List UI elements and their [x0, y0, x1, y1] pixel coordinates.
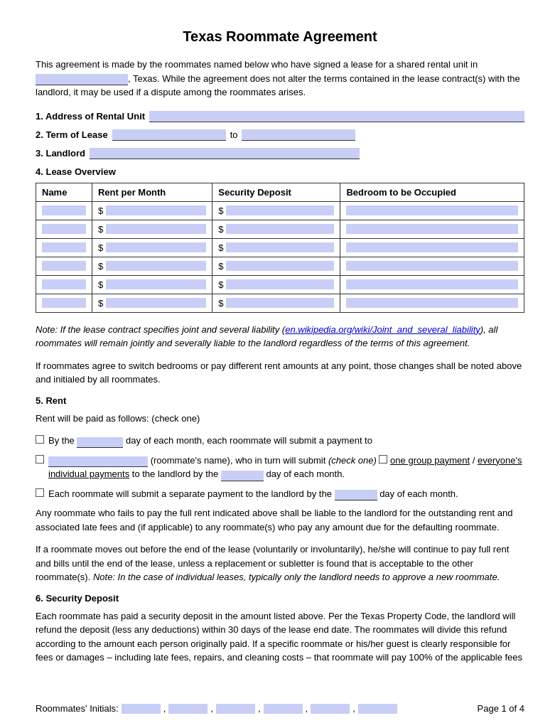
- rent-option-1: By the day of each month, each roommate …: [36, 434, 524, 448]
- table-row: $ $: [36, 238, 524, 257]
- landlord-field[interactable]: [90, 148, 360, 159]
- deposit-field-6[interactable]: [226, 298, 334, 308]
- term-end-field[interactable]: [242, 129, 355, 141]
- page-title: Texas Roommate Agreement: [36, 28, 524, 45]
- initial-field-4[interactable]: [264, 704, 303, 714]
- rent-field-1[interactable]: [106, 205, 206, 215]
- rent-field-3[interactable]: [106, 242, 206, 252]
- rent-field-2[interactable]: [106, 224, 206, 234]
- deposit-field-4[interactable]: [226, 261, 334, 271]
- rent-day-field-1[interactable]: [77, 437, 123, 448]
- roommates-initials: Roommates' Initials: , , , , ,: [36, 703, 397, 714]
- rent-option2-text: (roommate's name), who in turn will subm…: [48, 454, 524, 481]
- table-row: $ $: [36, 294, 524, 312]
- switch-bedroom-para: If roommates agree to switch bedrooms or…: [36, 359, 524, 387]
- rent-field-5[interactable]: [106, 279, 206, 289]
- rent-day-field-2[interactable]: [221, 471, 264, 481]
- term-start-field[interactable]: [112, 129, 226, 141]
- col-name: Name: [36, 183, 92, 201]
- col-rent: Rent per Month: [92, 183, 212, 201]
- roommate-name-field[interactable]: [48, 456, 148, 467]
- table-row: $ $: [36, 220, 524, 238]
- landlord-label: 3. Landlord: [36, 148, 85, 159]
- joint-liability-link[interactable]: en.wikipedia.org/wiki/Joint_and_several_…: [285, 324, 480, 335]
- intro-paragraph: This agreement is made by the roommates …: [36, 58, 524, 100]
- table-row: $ $: [36, 275, 524, 294]
- bedroom-field-4[interactable]: [346, 261, 518, 271]
- name-field-6[interactable]: [42, 298, 86, 308]
- name-field-3[interactable]: [42, 242, 86, 252]
- initial-field-6[interactable]: [358, 704, 397, 714]
- rent-field-4[interactable]: [106, 261, 206, 271]
- rent-option-3-checkbox[interactable]: [36, 488, 44, 497]
- rent-option-2a-checkbox[interactable]: [379, 455, 387, 464]
- deposit-section-label: 6. Security Deposit: [36, 593, 524, 604]
- deposit-para: Each roommate has paid a security deposi…: [36, 609, 524, 665]
- deposit-field-1[interactable]: [226, 205, 334, 215]
- name-field-5[interactable]: [42, 279, 86, 289]
- table-row: $ $: [36, 201, 524, 220]
- initial-field-2[interactable]: [168, 704, 208, 714]
- rent-para-1: Any roommate who fails to pay the full r…: [36, 506, 524, 534]
- page-footer: Roommates' Initials: , , , , , Page 1 of…: [36, 703, 524, 714]
- col-deposit: Security Deposit: [212, 183, 340, 201]
- rent-para-2: If a roommate moves out before the end o…: [36, 542, 524, 584]
- lease-overview-label: 4. Lease Overview: [36, 166, 524, 177]
- col-bedroom: Bedroom to be Occupied: [340, 183, 524, 201]
- rent-day-field-3[interactable]: [335, 490, 377, 500]
- rent-option3-text: Each roommate will submit a separate pay…: [48, 487, 458, 501]
- bedroom-field-6[interactable]: [346, 298, 518, 308]
- initials-label: Roommates' Initials:: [36, 703, 119, 714]
- bedroom-field-1[interactable]: [346, 205, 518, 215]
- joint-liability-note: Note: If the lease contract specifies jo…: [36, 323, 524, 350]
- rent-section-label: 5. Rent: [36, 395, 524, 406]
- term-section: 2. Term of Lease to: [36, 129, 524, 141]
- bedroom-field-3[interactable]: [346, 242, 518, 252]
- initial-field-5[interactable]: [311, 704, 350, 714]
- deposit-field-5[interactable]: [226, 279, 334, 289]
- deposit-field-2[interactable]: [226, 224, 334, 234]
- page-number: Page 1 of 4: [478, 703, 525, 714]
- term-label: 2. Term of Lease: [36, 129, 108, 140]
- bedroom-field-5[interactable]: [346, 279, 518, 289]
- rent-option-3: Each roommate will submit a separate pay…: [36, 487, 524, 501]
- bedroom-field-2[interactable]: [346, 224, 518, 234]
- address-label: 1. Address of Rental Unit: [36, 111, 145, 122]
- table-row: $ $: [36, 257, 524, 275]
- name-field-2[interactable]: [42, 224, 86, 234]
- name-field-4[interactable]: [42, 261, 86, 271]
- rent-field-6[interactable]: [106, 298, 206, 308]
- rent-option1-text: By the day of each month, each roommate …: [48, 434, 372, 448]
- initial-field-1[interactable]: [122, 704, 161, 714]
- landlord-section: 3. Landlord: [36, 148, 524, 159]
- name-field-1[interactable]: [42, 205, 86, 215]
- deposit-field-3[interactable]: [226, 242, 334, 252]
- rent-option-2: (roommate's name), who in turn will subm…: [36, 454, 524, 481]
- address-section: 1. Address of Rental Unit: [36, 111, 524, 122]
- city-field[interactable]: [36, 74, 128, 85]
- lease-table: Name Rent per Month Security Deposit Bed…: [36, 183, 524, 313]
- rent-option-1-checkbox[interactable]: [36, 435, 44, 444]
- rent-intro: Rent will be paid as follows: (check one…: [36, 412, 524, 426]
- initial-field-3[interactable]: [216, 704, 255, 714]
- term-to: to: [230, 129, 238, 140]
- rent-option-2-checkbox[interactable]: [36, 455, 44, 464]
- lease-overview-section: 4. Lease Overview Name Rent per Month Se…: [36, 166, 524, 313]
- address-field[interactable]: [149, 111, 524, 122]
